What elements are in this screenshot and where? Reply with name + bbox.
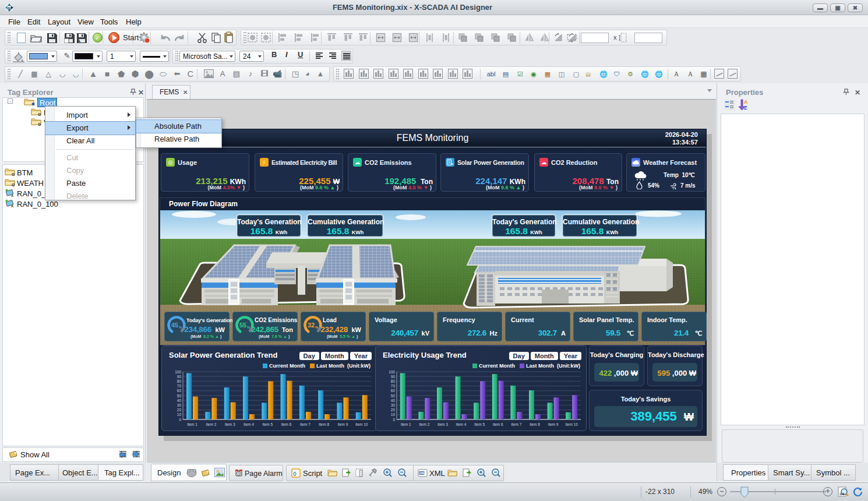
svg-text:20: 20 (391, 408, 396, 412)
svg-text:item 3: item 3 (437, 422, 448, 426)
svg-text:A: A (11, 194, 14, 197)
svg-text:item 4: item 4 (244, 422, 254, 426)
svg-text:70: 70 (391, 384, 396, 388)
svg-text:XML: XML (419, 472, 425, 475)
svg-text:A: A (744, 99, 748, 105)
svg-text:G: G (12, 172, 15, 176)
svg-text:32: 32 (308, 322, 315, 329)
svg-text:item 10: item 10 (355, 422, 368, 426)
svg-text:100: 100 (839, 492, 845, 496)
svg-text:item 1: item 1 (187, 422, 197, 426)
svg-text:%: % (179, 326, 182, 329)
svg-text:80: 80 (391, 379, 396, 383)
svg-text:0: 0 (393, 418, 395, 422)
svg-text:10: 10 (177, 412, 182, 417)
svg-text:100: 100 (389, 370, 395, 374)
svg-text:G: G (38, 122, 41, 126)
svg-text:item 3: item 3 (225, 422, 235, 426)
svg-text:30: 30 (177, 403, 182, 407)
svg-text:item 6: item 6 (281, 422, 292, 426)
svg-text:item 2: item 2 (206, 422, 217, 426)
svg-text:item 9: item 9 (338, 422, 348, 426)
svg-text:%: % (247, 326, 250, 329)
svg-text:item 4: item 4 (456, 422, 467, 426)
svg-text:40: 40 (391, 398, 396, 403)
svg-text:item 5: item 5 (474, 422, 485, 426)
svg-text:%: % (315, 326, 319, 329)
svg-text:45: 45 (171, 322, 178, 329)
svg-text:item 6: item 6 (493, 422, 503, 426)
svg-text:✖: ✖ (31, 102, 35, 106)
svg-text:20: 20 (177, 408, 182, 412)
svg-text:item 8: item 8 (319, 422, 329, 426)
svg-text:A: A (77, 38, 81, 43)
svg-text:50: 50 (391, 394, 396, 398)
svg-text:55: 55 (239, 322, 246, 329)
svg-text:A: A (11, 204, 14, 208)
svg-text:50: 50 (177, 394, 182, 398)
svg-text:item 9: item 9 (548, 422, 559, 426)
svg-text:60: 60 (177, 389, 182, 393)
svg-text:70: 70 (177, 384, 182, 388)
svg-text:item 7: item 7 (300, 422, 310, 426)
svg-text:item 8: item 8 (530, 422, 540, 426)
svg-text:Z: Z (744, 105, 747, 111)
svg-text:0: 0 (179, 418, 181, 422)
svg-text:10: 10 (391, 412, 396, 417)
svg-text:item 10: item 10 (566, 422, 578, 426)
svg-text:100: 100 (175, 370, 181, 374)
svg-text:item 2: item 2 (419, 422, 430, 426)
svg-text:30: 30 (391, 403, 396, 407)
svg-text:80: 80 (177, 379, 182, 383)
svg-text:G: G (38, 112, 41, 116)
svg-text:40: 40 (177, 398, 182, 403)
svg-text:90: 90 (391, 375, 396, 379)
svg-text:item 7: item 7 (511, 422, 522, 426)
svg-text:60: 60 (391, 389, 396, 393)
svg-text:item 1: item 1 (401, 422, 411, 426)
svg-text:G: G (12, 183, 15, 186)
svg-text:item 5: item 5 (262, 422, 273, 426)
svg-text:90: 90 (177, 375, 182, 379)
svg-text:{): {) (293, 471, 297, 476)
